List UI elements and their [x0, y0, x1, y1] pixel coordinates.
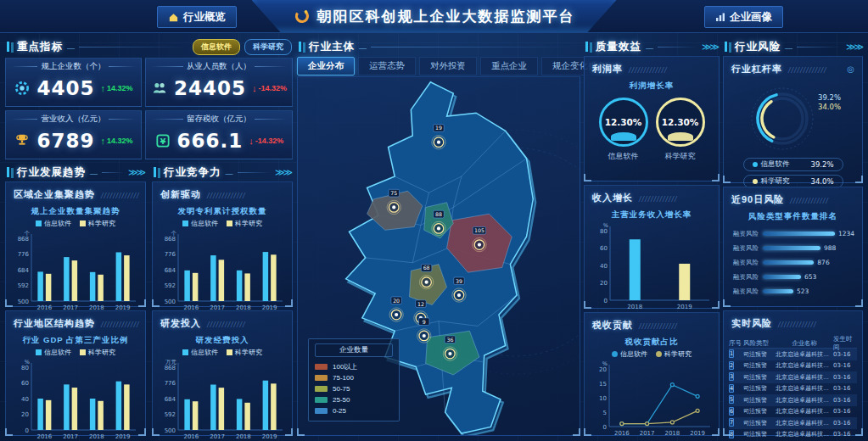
trophy-icon	[14, 132, 31, 149]
legend-dot	[753, 179, 758, 184]
legend-value: 34.0%	[810, 177, 833, 186]
gauge-info-software: 12.30% 信息软件	[599, 98, 648, 162]
tab-key-enterprises[interactable]: 重点企业	[480, 57, 538, 75]
legend-swatch	[315, 386, 328, 392]
section-title: 重点指标	[17, 40, 63, 54]
section-title: 行业发展趋势	[17, 165, 86, 180]
risk-more-link[interactable]	[846, 42, 862, 53]
svg-text:0: 0	[603, 424, 607, 431]
industry-main-section-header: 行业主体	[299, 39, 579, 54]
table-body: 1司法预警北京启迪卓越科技有限公司03-162司法预警北京启迪卓越科技有限公司0…	[729, 349, 857, 440]
legend-label: 75-100	[333, 374, 354, 382]
trend-card-1: 区域企业集聚趋势 规上企业数量集聚趋势信息软件科学研究5005926847768…	[5, 181, 146, 307]
kpi-card-enterprise-count: 规上企业数（个） 4405 ↑14.32%	[5, 58, 142, 107]
legend-label: 0-25	[333, 407, 346, 415]
risk-table-row: 1司法预警北京启迪卓越科技有限公司03-16	[729, 349, 857, 360]
svg-text:500: 500	[18, 299, 29, 305]
risk-rank-row: 融资风险1234	[731, 226, 855, 241]
svg-text:2018: 2018	[627, 304, 642, 310]
industry-main-tabs: 企业分布 运营态势 对外投资 重点企业 规企变化排名	[297, 57, 580, 75]
svg-text:2019: 2019	[690, 430, 705, 437]
svg-text:500: 500	[165, 299, 176, 305]
svg-text:19: 19	[435, 125, 442, 131]
trend-more-link[interactable]	[128, 167, 144, 178]
section-marker-icon	[7, 42, 9, 52]
svg-text:20: 20	[21, 411, 29, 418]
nav-enterprise-profile-button[interactable]: 企业画像	[704, 6, 783, 28]
svg-text:2016: 2016	[614, 430, 630, 437]
svg-text:684: 684	[165, 267, 176, 274]
legend-label: 信息软件	[761, 159, 790, 170]
section-marker-icon	[725, 42, 727, 52]
building-count-icon	[14, 80, 31, 97]
svg-text:60: 60	[600, 245, 608, 252]
gauge-label: 科学研究	[665, 151, 696, 162]
tag-science-research[interactable]: 科学研究	[244, 39, 292, 55]
header-title-band: 朝阳区科创规上企业大数据监测平台	[252, 0, 617, 32]
tab-outbound-investment[interactable]: 对外投资	[419, 57, 477, 75]
bar-chart-icon	[715, 12, 725, 22]
map-panel: 19758810568392012936 企业数量 100以上 75-100 5…	[297, 76, 580, 436]
svg-text:5: 5	[603, 410, 607, 416]
gauge-wave	[668, 132, 693, 141]
realtime-risk-panel: 实时风险 序号 风险类型 企业名称 发生时间 1司法预警北京启迪卓越科技有限公司…	[723, 310, 863, 436]
nav-industry-overview-button[interactable]: 行业概览	[157, 6, 237, 28]
svg-text:592: 592	[165, 411, 176, 418]
svg-text:684: 684	[165, 396, 176, 403]
kpi-delta: -14.32%	[255, 137, 284, 145]
card-subtitle: 实时风险	[731, 317, 772, 330]
chart-income-growth: 主营业务收入增长率020406080%20182019	[585, 207, 719, 311]
people-icon	[151, 80, 168, 97]
section-marker-icon	[585, 42, 588, 52]
kpi-cards: 规上企业数（个） 4405 ↑14.32% 从业人员数（人） 24405 ↓-1…	[5, 58, 293, 159]
card-subtitle: 创新驱动	[160, 188, 201, 201]
gauge-science-research: 12.30% 科学研究	[656, 98, 705, 162]
chart-enterprise-agglomeration: 规上企业数量集聚趋势信息软件科学研究500592684776868个201620…	[6, 204, 145, 312]
section-marker-icon	[7, 167, 9, 177]
legend-swatch	[315, 364, 328, 370]
svg-text:592: 592	[165, 282, 176, 289]
card-subtitle: 研发投入	[160, 317, 201, 330]
svg-text:%: %	[25, 359, 30, 366]
svg-text:9: 9	[423, 319, 426, 325]
svg-text:2016: 2016	[36, 433, 52, 440]
tag-info-software[interactable]: 信息软件	[193, 39, 240, 55]
risk-rank-row: 融资风险876	[731, 255, 855, 270]
card-subtitle: 收入增长	[592, 192, 633, 204]
chart-patents: 发明专利累计授权数量信息软件科学研究500592684776868个201620…	[153, 204, 292, 312]
svg-text:88: 88	[435, 211, 442, 217]
svg-text:592: 592	[18, 282, 29, 289]
svg-text:2018: 2018	[664, 430, 680, 437]
kpi-value: 4405	[36, 77, 94, 99]
trend-section-header: 行业发展趋势	[7, 165, 144, 180]
card-subtitle: 税收贡献	[592, 319, 633, 332]
tax-icon: ¥	[154, 132, 171, 149]
legend-dot	[753, 162, 758, 167]
svg-text:39.2%: 39.2%	[818, 93, 841, 102]
kpi-card-employees: 从业人员数（人） 24405 ↓-14.32%	[145, 58, 293, 107]
table-header: 序号 风险类型 企业名称 发生时间	[729, 335, 857, 349]
risk-table-row: 8司法预警北京启迪卓越科技有限公司03-16	[729, 429, 857, 441]
svg-text:个: 个	[171, 230, 177, 237]
svg-text:776: 776	[165, 251, 176, 258]
risk-table-row: 2司法预警北京启迪卓越科技有限公司03-16	[729, 360, 857, 372]
competition-section-header: 行业竞争力	[154, 165, 291, 180]
card-subtitle: 利润率	[592, 63, 623, 75]
legend-swatch	[315, 375, 328, 381]
risk-rank-row: 融资风险988	[731, 241, 855, 255]
svg-text:39: 39	[456, 278, 462, 284]
profit-panel: 利润率 利润增长率 12.30% 信息软件 12.30% 科学研究	[584, 56, 720, 181]
section-title: 质量效益	[596, 40, 641, 54]
tab-operation-status[interactable]: 运营态势	[358, 57, 416, 75]
tab-enterprise-distribution[interactable]: 企业分布	[297, 57, 355, 75]
kpi-value: 666.1	[177, 130, 244, 152]
kpi-delta: -14.32%	[258, 84, 287, 92]
kpi-delta: 14.32%	[107, 84, 133, 92]
svg-text:¥: ¥	[160, 136, 165, 145]
settings-icon[interactable]: ◎	[847, 64, 854, 74]
svg-text:75: 75	[390, 190, 397, 196]
kpi-title: 从业人员数（人）	[187, 61, 251, 72]
competition-more-link[interactable]	[275, 167, 291, 178]
section-title: 行业主体	[309, 40, 355, 54]
quality-more-link[interactable]	[702, 42, 718, 53]
